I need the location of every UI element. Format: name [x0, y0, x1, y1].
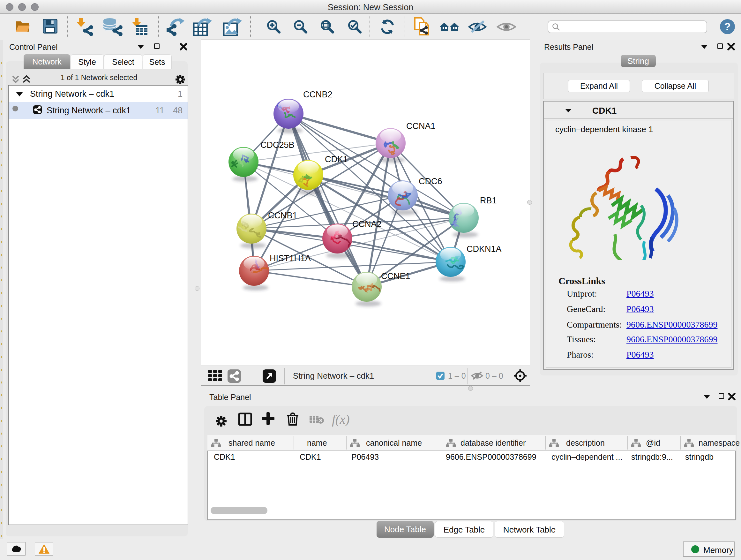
svg-text:CDC6: CDC6 — [419, 177, 442, 186]
svg-text:CCNA1: CCNA1 — [406, 121, 435, 131]
svg-text:CCNE1: CCNE1 — [381, 271, 410, 281]
svg-text:CCNA2: CCNA2 — [352, 219, 382, 229]
svg-text:RB1: RB1 — [480, 196, 497, 205]
svg-text:CDKN1A: CDKN1A — [467, 244, 502, 254]
svg-text:CDC25B: CDC25B — [260, 140, 294, 150]
svg-text:CDK1: CDK1 — [325, 154, 348, 164]
svg-text:CCNB1: CCNB1 — [268, 211, 297, 220]
svg-text:HIST1H1A: HIST1H1A — [270, 253, 311, 263]
svg-text:CCNB2: CCNB2 — [303, 90, 333, 99]
